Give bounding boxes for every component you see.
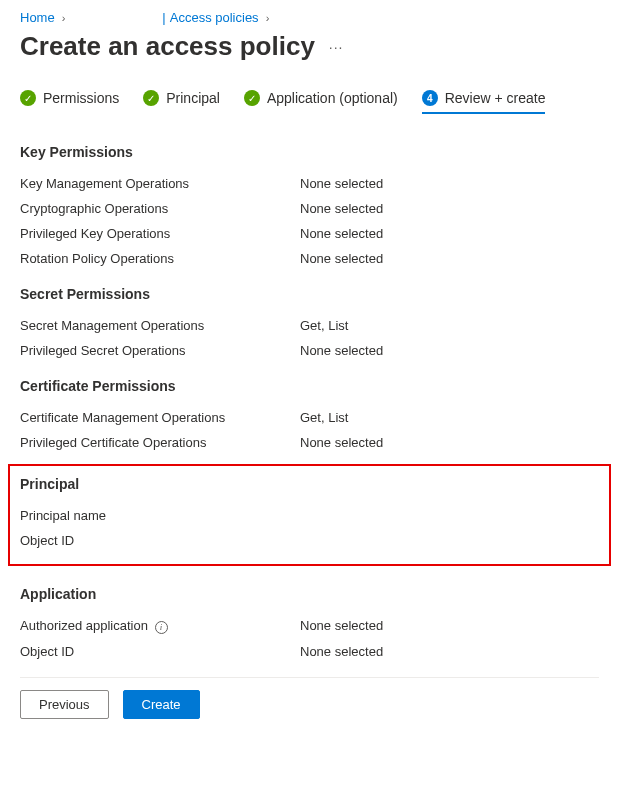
tab-application[interactable]: ✓ Application (optional) [244,90,398,114]
row-value: Get, List [300,318,348,333]
row-value: None selected [300,176,383,191]
chevron-right-icon: › [62,12,66,24]
row-value: None selected [300,201,383,216]
row-value: Get, List [300,410,348,425]
row-label: Certificate Management Operations [20,410,300,425]
row-value: None selected [300,251,383,266]
row-key-management: Key Management OperationsNone selected [20,176,599,191]
row-value: None selected [300,343,383,358]
tab-permissions[interactable]: ✓ Permissions [20,90,119,114]
row-value: None selected [300,644,383,659]
section-title-principal: Principal [20,476,599,492]
row-rotation-policy: Rotation Policy OperationsNone selected [20,251,599,266]
tab-principal[interactable]: ✓ Principal [143,90,220,114]
row-label: Key Management Operations [20,176,300,191]
row-principal-object-id: Object ID [20,533,599,548]
row-privileged-key: Privileged Key OperationsNone selected [20,226,599,241]
row-value: None selected [300,618,383,633]
wizard-tabs: ✓ Permissions ✓ Principal ✓ Application … [20,90,599,114]
row-label: Privileged Secret Operations [20,343,300,358]
section-title-application: Application [20,586,599,602]
breadcrumb-access-policies[interactable]: Access policies [170,10,259,25]
row-label: Cryptographic Operations [20,201,300,216]
row-label: Rotation Policy Operations [20,251,300,266]
breadcrumb-home[interactable]: Home [20,10,55,25]
row-privileged-certificate: Privileged Certificate OperationsNone se… [20,435,599,450]
tab-label: Application (optional) [267,90,398,106]
row-secret-management: Secret Management OperationsGet, List [20,318,599,333]
section-title-key-permissions: Key Permissions [20,144,599,160]
row-label: Privileged Certificate Operations [20,435,300,450]
breadcrumb: Home › | Access policies › [20,10,599,25]
tab-label: Permissions [43,90,119,106]
tab-label: Review + create [445,90,546,106]
check-icon: ✓ [244,90,260,106]
row-label: Principal name [20,508,300,523]
create-button[interactable]: Create [123,690,200,719]
chevron-right-icon: › [266,12,270,24]
row-label: Secret Management Operations [20,318,300,333]
row-label: Object ID [20,644,300,659]
footer-actions: Previous Create [20,677,599,731]
row-principal-name: Principal name [20,508,599,523]
row-privileged-secret: Privileged Secret OperationsNone selecte… [20,343,599,358]
principal-highlight-box: Principal Principal name Object ID [8,464,611,566]
row-application-object-id: Object IDNone selected [20,644,599,659]
info-icon[interactable]: i [155,621,168,634]
row-value: None selected [300,435,383,450]
row-authorized-application: Authorized application i None selected [20,618,599,634]
section-title-certificate-permissions: Certificate Permissions [20,378,599,394]
breadcrumb-separator: | [162,10,165,25]
section-title-secret-permissions: Secret Permissions [20,286,599,302]
previous-button[interactable]: Previous [20,690,109,719]
row-label: Privileged Key Operations [20,226,300,241]
tab-label: Principal [166,90,220,106]
row-value: None selected [300,226,383,241]
row-label: Object ID [20,533,300,548]
row-cryptographic: Cryptographic OperationsNone selected [20,201,599,216]
step-number-icon: 4 [422,90,438,106]
check-icon: ✓ [143,90,159,106]
tab-review-create[interactable]: 4 Review + create [422,90,546,114]
row-label: Authorized application i [20,618,300,634]
page-title: Create an access policy [20,31,315,62]
check-icon: ✓ [20,90,36,106]
more-actions-icon[interactable]: ··· [329,39,344,55]
row-certificate-management: Certificate Management OperationsGet, Li… [20,410,599,425]
